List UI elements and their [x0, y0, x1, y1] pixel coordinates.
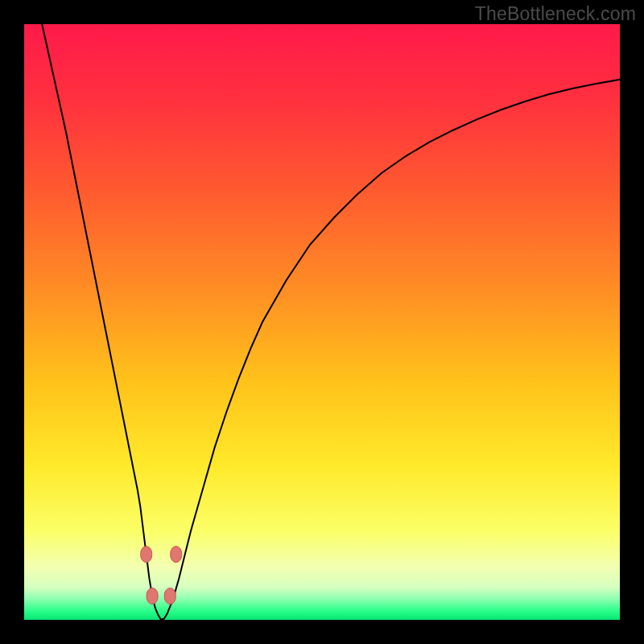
curve-marker — [141, 547, 152, 563]
curve-marker — [147, 588, 158, 604]
plot-area — [24, 24, 620, 620]
outer-frame: TheBottleneck.com — [0, 0, 644, 644]
gradient-background — [24, 24, 620, 620]
curve-marker — [171, 547, 182, 563]
watermark-text: TheBottleneck.com — [475, 3, 636, 25]
bottleneck-chart — [24, 24, 620, 620]
curve-marker — [164, 588, 175, 604]
